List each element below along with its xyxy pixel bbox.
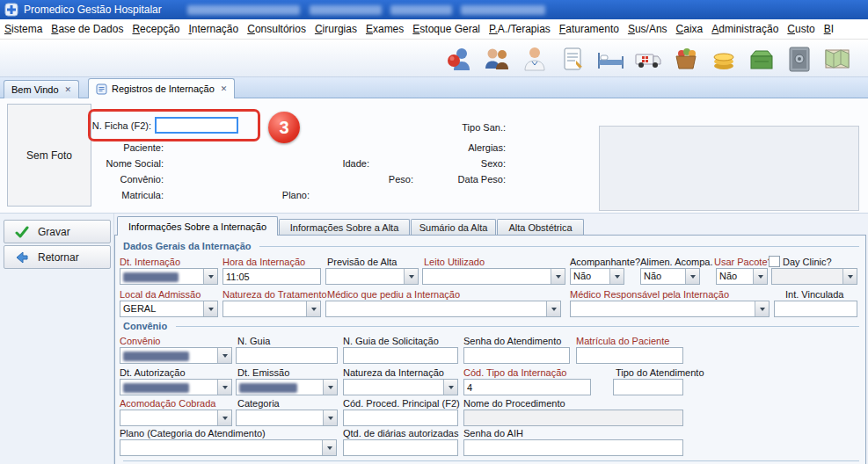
group-convenio-line [176,326,859,327]
doctor-icon[interactable] [520,44,550,74]
document-tab-strip: Bem Vindo ✕ Registros de Internação ✕ [0,77,868,98]
tab-registros-internacao[interactable]: Registros de Internação ✕ [88,78,235,98]
menu-item-estoque-geral[interactable]: Estoque Geral [408,20,485,38]
staff-icon[interactable] [482,44,512,74]
inventory-icon[interactable] [747,44,777,74]
bed-icon[interactable] [595,44,625,74]
dt-emissao-combo[interactable] [236,379,338,395]
tab-alta-obstetrica[interactable]: Alta Obstétrica [497,219,584,236]
menu-item-custo[interactable]: Custo [783,20,819,38]
menu-item-consultorios[interactable]: Consultórios [243,20,310,38]
label-categoria: Categoria [237,398,280,409]
tab-bem-vindo[interactable]: Bem Vindo ✕ [4,80,79,98]
label-previsao-alta: Previsão de Alta [327,257,398,267]
menu-item-base-de-dados[interactable]: Base de Dados [47,20,128,38]
senha-aih-input[interactable] [463,439,683,456]
label-matricula-paciente: Matrícula do Paciente [576,336,669,346]
usar-pacote-combo[interactable]: Não [716,268,768,285]
records-icon[interactable] [558,44,587,74]
ambulance-icon[interactable] [633,44,663,74]
menu-item-bi[interactable]: BI [820,20,838,38]
acomodacao-cobrada-combo[interactable] [120,410,232,426]
group-dados-gerais-line [259,246,859,247]
menu-item-pa-terapias[interactable]: P.A./Terapias [485,20,555,38]
chevron-down-icon [203,301,217,316]
label-tipo-atendimento: Tipo do Atendimento [616,367,704,378]
vault-icon[interactable] [784,44,814,74]
menu-item-faturamento[interactable]: Faturamento [555,20,624,38]
label-local-admissao: Local da Admissão [120,289,201,300]
menu-item-exames[interactable]: Exames [361,20,408,38]
convenio-combo[interactable] [120,347,232,364]
chevron-down-icon [755,301,769,316]
tab-informacoes-internacao[interactable]: Informações Sobre a Internação [117,216,278,236]
label-day-clinic: Day Clinic? [783,257,832,267]
natureza-internacao-combo[interactable] [343,379,458,395]
tab-informacoes-alta[interactable]: Informações Sobre a Alta [279,219,410,236]
tab-sumario-alta[interactable]: Sumário da Alta [411,219,496,236]
map-icon[interactable] [822,44,852,74]
internacao-tab-icon [96,83,107,95]
menu-item-caixa[interactable]: Caixa [672,20,708,38]
acompanhante-combo[interactable]: Não [570,268,624,285]
chevron-down-icon [217,348,231,363]
natureza-tratamento-combo[interactable] [222,301,321,317]
label-natureza-internacao: Natureza da Internação [343,367,444,378]
patient-photo-placeholder: Sem Foto [7,104,91,207]
patients-icon[interactable] [444,44,474,74]
previsao-alta-combo[interactable] [325,268,419,285]
menu-item-recepcao[interactable]: Recepção [128,20,184,38]
menu-item-administracao[interactable]: Administração [707,20,783,38]
n-guia-input[interactable] [236,347,338,364]
label-data-peso: Data Peso: [435,174,506,185]
label-cod-tipo-internacao: Cód. Tipo da Internação [463,367,566,378]
menu-item-sus-ans[interactable]: Sus/Ans [624,20,672,38]
redacted-value [123,352,189,361]
label-convenio-header: Convênio: [88,174,164,185]
cod-proced-principal-input[interactable] [343,410,458,426]
tipo-atendimento-input[interactable] [613,379,683,395]
redacted-title-text [310,5,382,15]
coins-icon[interactable] [709,44,739,74]
dt-autorizacao-combo[interactable] [120,379,232,395]
senha-atendimento-input[interactable] [463,347,570,364]
label-medico-pediu: Médico que pediu a Internação [327,289,460,300]
day-clinic-checkbox[interactable] [769,256,780,267]
dt-internacao-combo[interactable] [120,268,218,285]
medico-pediu-combo[interactable] [325,301,561,317]
chevron-down-icon [323,380,337,395]
supplies-icon[interactable] [671,44,701,74]
chevron-down-icon [306,301,320,316]
label-acomodacao-cobrada: Acomodação Cobrada [120,398,215,409]
annotation-highlight-box [88,109,260,141]
chevron-down-icon [217,410,231,425]
menu-item-sistema[interactable]: Sistema [0,20,47,38]
categoria-combo[interactable] [236,410,338,426]
menu-item-internacao[interactable]: Internação [184,20,243,38]
close-icon[interactable]: ✕ [221,84,228,93]
hora-internacao-input[interactable] [222,268,321,285]
int-vinculada-input[interactable] [774,301,857,317]
medico-responsavel-combo[interactable] [570,301,770,317]
cod-tipo-internacao-input[interactable] [463,379,591,395]
label-cod-proced-principal: Cód. Proced. Principal (F2) [343,398,460,409]
alimen-acompa-combo[interactable]: Não [640,268,700,285]
close-icon[interactable]: ✕ [65,85,72,94]
leito-utilizado-combo[interactable] [422,268,565,285]
retornar-button[interactable]: Retornar [4,245,111,269]
label-sexo: Sexo: [435,158,506,169]
day-clinic-combo[interactable] [771,268,857,285]
application-window: Promedico Gestão Hospitalar Sistema Base… [0,0,868,464]
tab-sumario-alta-label: Sumário da Alta [419,222,488,233]
chevron-down-icon [203,269,217,284]
menu-item-cirurgias[interactable]: Cirurgias [310,20,361,38]
n-guia-solicitacao-input[interactable] [343,347,458,364]
qtd-diarias-input[interactable] [343,439,458,456]
plano-categoria-combo[interactable] [120,439,337,456]
label-nome-social: Nome Social: [88,158,164,169]
gravar-button[interactable]: Gravar [4,220,111,243]
label-n-guia-solicitacao: N. Guia de Solicitação [343,336,439,346]
matricula-paciente-input[interactable] [576,347,683,364]
label-natureza-tratamento: Natureza do Tratamento [222,289,327,300]
local-admissao-combo[interactable]: GERAL [120,301,218,317]
